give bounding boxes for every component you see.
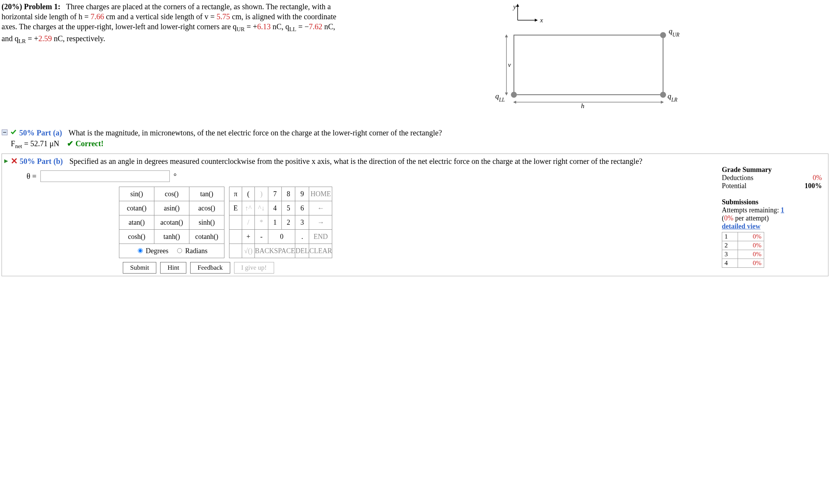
key-0[interactable]: 0 <box>268 230 295 244</box>
grade-summary: Grade Summary Deductions0% Potential100%… <box>722 166 827 268</box>
mode-degrees[interactable]: Degrees <box>136 247 168 255</box>
svg-point-15 <box>660 32 666 38</box>
key-backspace[interactable]: BACKSPACE <box>255 244 295 258</box>
mode-radians[interactable]: Radians <box>175 247 208 255</box>
fn-tanh[interactable]: tanh() <box>154 230 189 244</box>
key-right[interactable]: → <box>309 215 332 230</box>
svg-marker-4 <box>535 19 538 22</box>
key-4[interactable]: 4 <box>268 201 282 215</box>
problem-figure: y x v h qUR qLL qLR <box>363 2 828 121</box>
key-div[interactable]: / <box>242 215 255 230</box>
key-5[interactable]: 5 <box>282 201 295 215</box>
hint-button[interactable]: Hint <box>160 262 186 274</box>
svg-marker-23 <box>4 159 8 163</box>
svg-rect-6 <box>514 35 663 95</box>
svg-marker-9 <box>505 92 508 95</box>
part-b-weight: 50% Part (b) <box>20 157 63 166</box>
svg-text:qUR: qUR <box>669 27 679 38</box>
key-2[interactable]: 2 <box>282 215 295 230</box>
number-pad: π ( ) 7 8 9 HOME E ↑^ ^↓ 4 5 6 <box>229 187 332 258</box>
svg-text:qLR: qLR <box>668 92 678 102</box>
svg-text:y: y <box>512 3 516 10</box>
fn-sin[interactable]: sin() <box>119 187 154 201</box>
svg-text:v: v <box>508 61 511 68</box>
detailed-view-link[interactable]: detailed view <box>722 222 761 230</box>
fn-cotan[interactable]: cotan() <box>119 201 154 215</box>
part-b-panel: 50% Part (b) Specified as an angle in de… <box>2 154 828 276</box>
fn-cos[interactable]: cos() <box>154 187 189 201</box>
problem-statement: (20%) Problem 1: Three charges are place… <box>2 2 348 45</box>
svg-marker-12 <box>513 101 516 104</box>
key-minus[interactable]: - <box>255 230 268 244</box>
giveup-button[interactable]: I give up! <box>234 262 274 274</box>
svg-point-17 <box>660 92 666 98</box>
key-end[interactable]: END <box>309 230 332 244</box>
svg-marker-13 <box>661 101 664 104</box>
key-blank3 <box>229 244 242 258</box>
key-e[interactable]: E <box>229 201 242 215</box>
key-rparen[interactable]: ) <box>255 187 268 201</box>
attempts-table: 10% 20% 30% 40% <box>722 232 764 268</box>
correct-badge: ✔ Correct! <box>67 139 104 148</box>
feedback-button[interactable]: Feedback <box>190 262 230 274</box>
key-home[interactable]: HOME <box>309 187 332 201</box>
theta-label: θ = <box>27 172 37 181</box>
problem-weight: (20%) <box>2 2 22 11</box>
svg-text:x: x <box>540 16 543 24</box>
key-7[interactable]: 7 <box>268 187 282 201</box>
submit-button[interactable]: Submit <box>123 262 156 274</box>
svg-rect-22 <box>3 132 6 133</box>
svg-text:qLL: qLL <box>495 92 505 102</box>
play-icon[interactable] <box>3 157 9 166</box>
fn-tan[interactable]: tan() <box>189 187 224 201</box>
minus-icon[interactable] <box>2 129 8 137</box>
key-9[interactable]: 9 <box>295 187 309 201</box>
key-blank2 <box>229 230 242 244</box>
x-icon[interactable] <box>11 157 17 166</box>
part-a-weight: 50% Part (a) <box>19 129 62 137</box>
key-8[interactable]: 8 <box>282 187 295 201</box>
svg-text:h: h <box>581 102 584 110</box>
key-lparen[interactable]: ( <box>242 187 255 201</box>
key-pi[interactable]: π <box>229 187 242 201</box>
fn-cosh[interactable]: cosh() <box>119 230 154 244</box>
part-a-answer: Fnet = 52.71 μN <box>11 139 59 148</box>
key-plus[interactable]: + <box>242 230 255 244</box>
part-a: 50% Part (a) What is the magnitude, in m… <box>2 129 828 150</box>
key-supdn[interactable]: ^↓ <box>255 201 268 215</box>
fn-acotan[interactable]: acotan() <box>154 215 189 230</box>
key-clear[interactable]: CLEAR <box>309 244 332 258</box>
key-1[interactable]: 1 <box>268 215 282 230</box>
function-pad: sin() cos() tan() cotan() asin() acos() … <box>119 187 224 258</box>
answer-input[interactable] <box>40 170 170 182</box>
svg-marker-8 <box>505 34 508 37</box>
key-mul[interactable]: * <box>255 215 268 230</box>
check-icon <box>10 129 17 137</box>
problem-label: Problem 1: <box>24 2 60 11</box>
key-left[interactable]: ← <box>309 201 332 215</box>
key-6[interactable]: 6 <box>295 201 309 215</box>
key-dot[interactable]: . <box>295 230 309 244</box>
fn-cotanh[interactable]: cotanh() <box>189 230 224 244</box>
svg-point-16 <box>511 92 517 98</box>
key-del[interactable]: DEL <box>295 244 309 258</box>
key-supup[interactable]: ↑^ <box>242 201 255 215</box>
key-3[interactable]: 3 <box>295 215 309 230</box>
svg-marker-1 <box>516 4 519 7</box>
fn-asin[interactable]: asin() <box>154 201 189 215</box>
fn-sinh[interactable]: sinh() <box>189 215 224 230</box>
fn-atan[interactable]: atan() <box>119 215 154 230</box>
key-sqrt[interactable]: √() <box>242 244 255 258</box>
key-blank1 <box>229 215 242 230</box>
fn-acos[interactable]: acos() <box>189 201 224 215</box>
